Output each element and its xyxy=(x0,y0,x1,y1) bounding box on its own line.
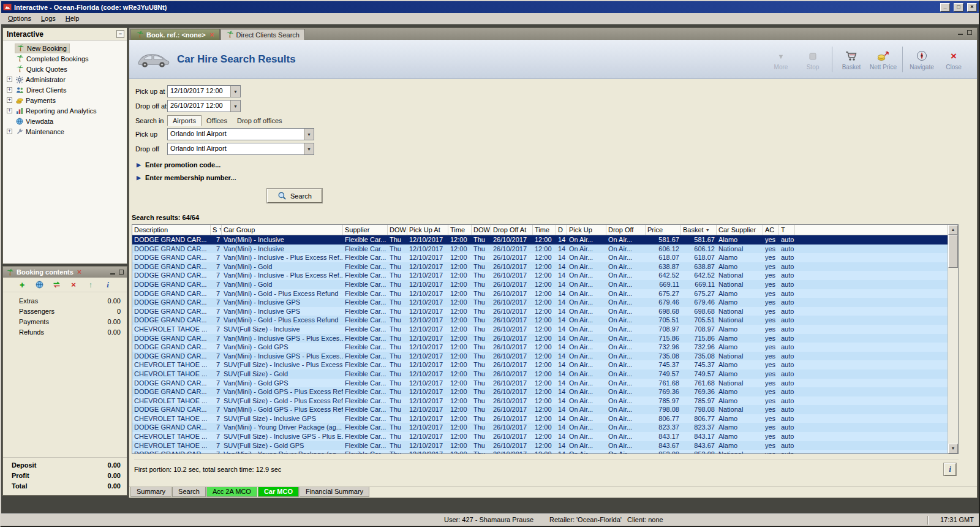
result-row[interactable]: CHEVROLET TAHOE ...7SUV(Full Size) - Inc… xyxy=(132,360,948,370)
expand-icon[interactable]: + xyxy=(7,77,12,82)
result-row[interactable]: DODGE GRAND CAR...7Van(Mini) - Inclusive… xyxy=(132,298,948,307)
menu-options[interactable]: Options xyxy=(3,13,36,23)
result-row[interactable]: DODGE GRAND CAR...7Van(Mini) - Inclusive… xyxy=(132,334,948,343)
column-header-drop-off-at-8[interactable]: Drop Off At xyxy=(491,225,533,235)
result-row[interactable]: DODGE GRAND CAR...7Van(Mini) - Inclusive… xyxy=(132,235,948,245)
sidebar-item-new-booking[interactable]: New Booking xyxy=(4,43,126,53)
scroll-up-icon[interactable]: ▲ xyxy=(948,225,958,235)
result-row[interactable]: DODGE GRAND CAR...7Van(Mini) - Inclusive… xyxy=(132,352,948,361)
result-row[interactable]: DODGE GRAND CAR...7Van(Mini) - Gold - Pl… xyxy=(132,316,948,325)
result-row[interactable]: DODGE GRAND CAR...7Van(Mini) - Inclusive… xyxy=(132,307,948,316)
bottom-tab-acc-2a-mco[interactable]: Acc 2A MCO xyxy=(206,487,257,497)
add-icon[interactable]: + xyxy=(17,280,27,290)
result-row[interactable]: CHEVROLET TAHOE ...7SUV(Full Size) - Gol… xyxy=(132,396,948,406)
nett-price-button[interactable]: Nett Price xyxy=(867,48,899,70)
collapse-panel-icon[interactable]: − xyxy=(116,30,124,38)
result-row[interactable]: CHEVROLET TAHOE ...7SUV(Full Size) - Gol… xyxy=(132,370,948,379)
sidebar-item-reporting-and-analytics[interactable]: +Reporting and Analytics xyxy=(4,105,126,116)
column-header-time-6[interactable]: Time xyxy=(448,225,472,235)
column-header-price-13[interactable]: Price xyxy=(646,225,681,235)
restore-panel-icon[interactable] xyxy=(119,270,124,275)
column-header-car-supplier-15[interactable]: Car Supplier xyxy=(717,225,763,235)
result-row[interactable]: DODGE GRAND CAR...7Van(Mini) - GoldFlexi… xyxy=(132,280,948,289)
upload-icon[interactable]: ↑ xyxy=(86,280,96,290)
column-header-description-0[interactable]: Description xyxy=(132,225,211,235)
column-header-t-17[interactable]: T xyxy=(779,225,795,235)
info-icon[interactable]: i xyxy=(103,280,113,290)
result-row[interactable]: DODGE GRAND CAR...7Van(Mini) - Inclusive… xyxy=(132,245,948,254)
scroll-down-icon[interactable]: ▼ xyxy=(948,444,958,453)
expand-icon[interactable]: + xyxy=(7,97,12,103)
column-header-pick-up-at-5[interactable]: Pick Up At xyxy=(407,225,448,235)
column-header-basket-14[interactable]: Basket▼ xyxy=(681,225,717,235)
searchin-tab-offices[interactable]: Offices xyxy=(202,116,232,126)
search-button[interactable]: Search xyxy=(267,189,322,203)
result-row[interactable]: DODGE GRAND CAR...7Van(Mini) - GoldFlexi… xyxy=(132,262,948,271)
chevron-down-icon[interactable]: ▼ xyxy=(304,129,314,140)
result-row[interactable]: DODGE GRAND CAR...7Van(Mini) - Young Dri… xyxy=(132,450,948,453)
column-header-s-1[interactable]: S xyxy=(211,225,222,235)
tab-direct-clients-search[interactable]: Direct Clients Search xyxy=(221,29,305,40)
sidebar-item-administrator[interactable]: +Administrator xyxy=(4,74,126,85)
world-icon[interactable] xyxy=(34,280,44,290)
column-header-dow-7[interactable]: DOW xyxy=(472,225,491,235)
result-row[interactable]: DODGE GRAND CAR...7Van(Mini) - Gold - Pl… xyxy=(132,289,948,298)
result-row[interactable]: CHEVROLET TAHOE ...7SUV(Full Size) - Inc… xyxy=(132,432,948,441)
result-row[interactable]: DODGE GRAND CAR...7Van(Mini) - Gold GPSF… xyxy=(132,343,948,352)
result-row[interactable]: DODGE GRAND CAR...7Van(Mini) - Young Dri… xyxy=(132,423,948,432)
result-row[interactable]: DODGE GRAND CAR...7Van(Mini) - Gold GPSF… xyxy=(132,379,948,388)
sidebar-item-viewdata[interactable]: Viewdata xyxy=(4,116,126,126)
minimize-window-button[interactable]: _ xyxy=(940,3,950,12)
bottom-tab-search[interactable]: Search xyxy=(172,487,206,497)
bottom-tab-summary[interactable]: Summary xyxy=(130,487,172,497)
scrollbar-track[interactable] xyxy=(948,235,958,444)
result-row[interactable]: DODGE GRAND CAR...7Van(Mini) - Gold GPS … xyxy=(132,387,948,396)
column-header-car-group-2[interactable]: Car Group xyxy=(222,225,343,235)
result-row[interactable]: DODGE GRAND CAR...7Van(Mini) - Inclusive… xyxy=(132,271,948,280)
info-button[interactable]: i xyxy=(944,463,956,476)
close-panel-icon[interactable]: × xyxy=(77,268,81,276)
pickup-location-combo[interactable]: Orlando Intl Airport ▼ xyxy=(167,128,314,140)
tab-close-icon[interactable]: × xyxy=(210,31,214,39)
close-window-button[interactable]: × xyxy=(967,3,977,12)
column-header-pick-up-11[interactable]: Pick Up xyxy=(567,225,606,235)
mdi-restore-icon[interactable] xyxy=(967,30,972,35)
dropoff-at-combo[interactable]: 26/10/2017 12:00 ▼ xyxy=(167,100,241,112)
sidebar-item-completed-bookings[interactable]: Completed Bookings xyxy=(4,53,126,64)
pickup-at-combo[interactable]: 12/10/2017 12:00 ▼ xyxy=(167,85,241,97)
navigate-button[interactable]: Navigate xyxy=(906,48,938,70)
result-row[interactable]: CHEVROLET TAHOE ...7SUV(Full Size) - Gol… xyxy=(132,441,948,450)
column-header-supplier-3[interactable]: Supplier xyxy=(343,225,388,235)
close-button[interactable]: ×Close xyxy=(938,48,970,70)
bottom-tab-car-mco[interactable]: Car MCO xyxy=(258,487,299,497)
sidebar-item-payments[interactable]: +Payments xyxy=(4,95,126,105)
sidebar-item-quick-quotes[interactable]: Quick Quotes xyxy=(4,64,126,74)
scrollbar-thumb[interactable] xyxy=(948,235,958,268)
sidebar-item-direct-clients[interactable]: +Direct Clients xyxy=(4,85,126,95)
expand-icon[interactable]: + xyxy=(7,108,12,113)
column-header-time-9[interactable]: Time xyxy=(533,225,556,235)
dropoff-location-combo[interactable]: Orlando Intl Airport ▼ xyxy=(167,143,314,155)
vertical-scrollbar[interactable]: ▲ ▼ xyxy=(948,225,958,453)
menu-logs[interactable]: Logs xyxy=(36,13,61,23)
searchin-tab-airports[interactable]: Airports xyxy=(167,115,202,126)
minimize-panel-icon[interactable] xyxy=(110,273,115,275)
membership-number-expander[interactable]: ▶ Enter membership number... xyxy=(137,173,977,183)
chevron-down-icon[interactable]: ▼ xyxy=(230,100,240,112)
mdi-minimize-icon[interactable] xyxy=(958,34,963,35)
bottom-tab-financial-summary[interactable]: Financial Summary xyxy=(300,487,369,497)
result-row[interactable]: DODGE GRAND CAR...7Van(Mini) - Gold GPS … xyxy=(132,405,948,414)
column-header-ac-16[interactable]: AC xyxy=(763,225,779,235)
column-header-d-10[interactable]: D xyxy=(556,225,567,235)
result-row[interactable]: CHEVROLET TAHOE ...7SUV(Full Size) - Inc… xyxy=(132,414,948,423)
chevron-down-icon[interactable]: ▼ xyxy=(230,86,240,97)
result-row[interactable]: CHEVROLET TAHOE ...7SUV(Full Size) - Inc… xyxy=(132,325,948,334)
basket-button[interactable]: Basket xyxy=(835,48,867,70)
expand-icon[interactable]: + xyxy=(7,129,12,134)
searchin-tab-drop-off-offices[interactable]: Drop off offices xyxy=(232,116,287,126)
chevron-down-icon[interactable]: ▼ xyxy=(304,143,314,154)
expand-icon[interactable]: + xyxy=(7,87,12,93)
column-header-drop-off-12[interactable]: Drop Off xyxy=(606,225,646,235)
transfer-icon[interactable] xyxy=(51,280,61,290)
maximize-window-button[interactable]: □ xyxy=(954,3,963,12)
